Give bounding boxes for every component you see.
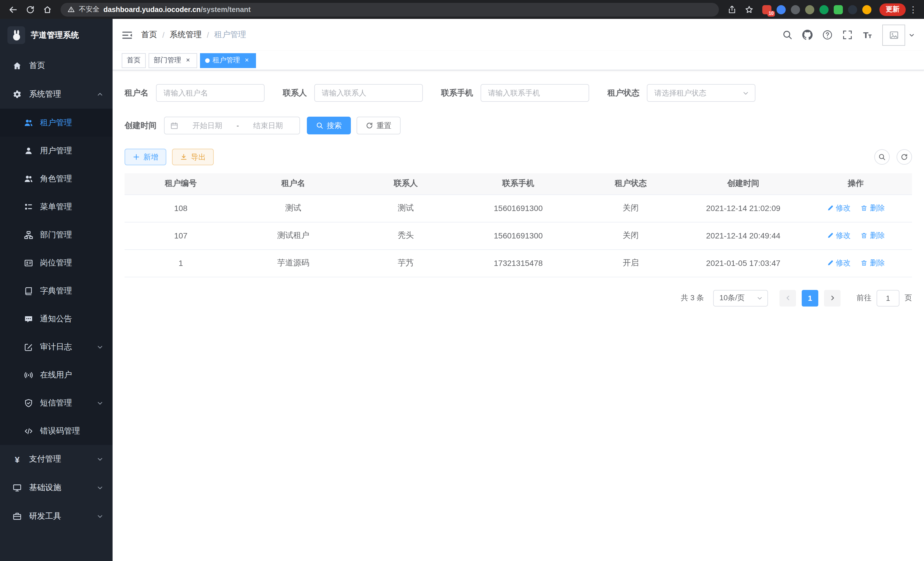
add-button[interactable]: 新增: [124, 149, 166, 165]
sidebar-item-tools[interactable]: 研发工具: [0, 502, 112, 531]
extension-badge: 10: [767, 11, 775, 16]
avatar-dropdown[interactable]: [882, 24, 915, 45]
sidebar-item-label: 字典管理: [40, 286, 72, 296]
caret-down-icon: [909, 32, 915, 38]
browser-chrome: 不安全 dashboard.yudao.iocoder.cn/system/te…: [0, 0, 924, 19]
sidebar-item-menu[interactable]: 菜单管理: [0, 193, 112, 221]
date-range-picker[interactable]: 开始日期 - 结束日期: [164, 117, 300, 134]
edit-button[interactable]: 修改: [826, 258, 850, 268]
sidebar-item-label: 菜单管理: [40, 202, 72, 212]
reset-button[interactable]: 重置: [357, 117, 400, 134]
chevron-down-icon: [97, 399, 104, 406]
delete-button[interactable]: 删除: [861, 203, 885, 213]
sidebar-item-tenant[interactable]: 租户管理: [0, 109, 112, 137]
caret-down-icon: [742, 89, 749, 96]
download-icon: [180, 153, 188, 161]
prev-page-button[interactable]: [779, 290, 796, 306]
sidebar-item-online[interactable]: 在线用户: [0, 361, 112, 389]
fullscreen-button[interactable]: [842, 30, 853, 40]
col-phone: 联系手机: [462, 173, 574, 194]
tab-home[interactable]: 首页: [122, 53, 146, 68]
cell-created: 2021-12-14 20:49:44: [687, 222, 800, 249]
search-button[interactable]: 搜索: [307, 117, 351, 134]
show-search-button[interactable]: [874, 149, 890, 165]
help-button[interactable]: [822, 30, 832, 40]
browser-back-button[interactable]: [6, 2, 21, 17]
extension-icon-3[interactable]: [791, 5, 800, 14]
sidebar-item-sms[interactable]: 短信管理: [0, 389, 112, 417]
address-bar[interactable]: 不安全 dashboard.yudao.iocoder.cn/system/te…: [61, 3, 719, 16]
delete-button[interactable]: 删除: [861, 230, 885, 241]
extension-icon-5[interactable]: [819, 5, 829, 14]
page-size-select[interactable]: 10条/页: [713, 290, 768, 306]
security-label[interactable]: 不安全: [79, 5, 99, 14]
goto-label: 前往: [856, 293, 872, 303]
book-icon: [24, 286, 33, 295]
sidebar-item-infra[interactable]: 基础设施: [0, 474, 112, 502]
sidebar-item-dept[interactable]: 部门管理: [0, 221, 112, 249]
sidebar-item-pay[interactable]: ¥ 支付管理: [0, 445, 112, 474]
screen: 不安全 dashboard.yudao.iocoder.cn/system/te…: [0, 0, 924, 561]
sidebar-toggle-button[interactable]: [122, 30, 133, 40]
share-button[interactable]: [724, 2, 740, 17]
browser-update-button[interactable]: 更新: [879, 3, 906, 16]
page-number-1[interactable]: 1: [802, 290, 818, 306]
next-page-button[interactable]: [824, 290, 841, 306]
delete-button[interactable]: 删除: [861, 258, 885, 268]
browser-home-button[interactable]: [40, 2, 55, 17]
security-warning-icon: [68, 6, 75, 13]
id-badge-icon: [24, 258, 33, 267]
search-icon: [782, 30, 793, 40]
extension-icon-7[interactable]: [848, 5, 857, 14]
tab-tenant[interactable]: 租户管理 ×: [200, 53, 256, 68]
close-icon[interactable]: ×: [184, 56, 192, 64]
sidebar-item-user[interactable]: 用户管理: [0, 137, 112, 165]
sidebar-item-system[interactable]: 系统管理: [0, 80, 112, 109]
github-icon: [802, 30, 813, 40]
user-icon: [24, 146, 33, 155]
contact-input[interactable]: [314, 84, 423, 102]
sidebar-item-errcode[interactable]: 错误码管理: [0, 417, 112, 445]
github-link[interactable]: [802, 30, 813, 40]
extension-icon-4[interactable]: [805, 5, 814, 14]
sidebar-item-notice[interactable]: 通知公告: [0, 305, 112, 333]
tenant-name-input[interactable]: [156, 84, 265, 102]
browser-refresh-button[interactable]: [23, 2, 38, 17]
refresh-table-button[interactable]: [897, 149, 912, 165]
list-icon: [24, 202, 33, 211]
close-icon[interactable]: ×: [243, 56, 251, 64]
cell-created: 2021-01-05 17:03:47: [687, 249, 800, 277]
edit-button[interactable]: 修改: [826, 230, 850, 241]
sidebar-item-role[interactable]: 角色管理: [0, 165, 112, 193]
extension-icon-8[interactable]: [862, 5, 872, 14]
tab-dept[interactable]: 部门管理 ×: [148, 53, 197, 68]
cell-contact: 秃头: [350, 222, 462, 249]
chevron-down-icon: [97, 456, 104, 463]
extension-icon-2[interactable]: [777, 5, 786, 14]
status-select[interactable]: 请选择租户状态: [647, 84, 755, 102]
extensions-tray: 10: [759, 5, 875, 14]
breadcrumb-system[interactable]: 系统管理: [170, 30, 202, 40]
extension-icon-6[interactable]: [834, 5, 843, 14]
extension-icon-1[interactable]: 10: [762, 5, 771, 14]
edit-button[interactable]: 修改: [826, 203, 850, 213]
browser-menu-icon[interactable]: ⋮: [908, 4, 918, 15]
sidebar-item-dict[interactable]: 字典管理: [0, 277, 112, 305]
goto-page-input[interactable]: [877, 290, 899, 306]
header-search-button[interactable]: [782, 30, 793, 40]
sidebar-item-post[interactable]: 岗位管理: [0, 249, 112, 277]
export-button[interactable]: 导出: [172, 149, 214, 165]
cell-phone: 15601691300: [462, 222, 574, 249]
bookmark-button[interactable]: [742, 2, 757, 17]
chevron-down-icon: [97, 513, 104, 520]
breadcrumb-home[interactable]: 首页: [141, 30, 157, 40]
cell-contact: 芋艿: [350, 249, 462, 277]
phone-input[interactable]: [481, 84, 589, 102]
font-size-button[interactable]: [862, 30, 873, 40]
sidebar-item-audit[interactable]: 审计日志: [0, 333, 112, 361]
url-text: dashboard.yudao.iocoder.cn/system/tenant: [104, 5, 250, 14]
cell-phone: 17321315478: [462, 249, 574, 277]
caret-down-icon: [757, 295, 763, 301]
sidebar-item-home[interactable]: 首页: [0, 51, 112, 80]
table-row: 107 测试租户 秃头 15601691300 关闭 2021-12-14 20…: [124, 222, 912, 249]
